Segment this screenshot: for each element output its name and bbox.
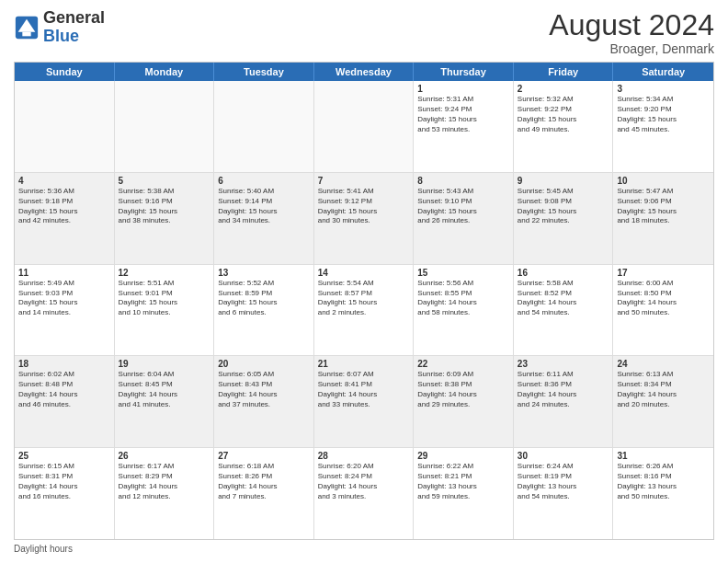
calendar-row: 18Sunrise: 6:02 AM Sunset: 8:48 PM Dayli… [15,356,713,448]
day-number: 20 [218,359,310,369]
day-info: Sunrise: 5:31 AM Sunset: 9:24 PM Dayligh… [417,95,509,134]
header: General Blue August 2024 Broager, Denmar… [14,9,714,56]
calendar-cell: 29Sunrise: 6:22 AM Sunset: 8:21 PM Dayli… [414,448,514,539]
day-number: 28 [318,451,410,461]
day-number: 31 [617,451,710,461]
day-number: 11 [18,268,110,278]
day-number: 6 [218,176,310,186]
day-number: 5 [119,176,210,186]
calendar-cell [314,81,415,172]
day-info: Sunrise: 5:41 AM Sunset: 9:12 PM Dayligh… [318,187,410,226]
day-number: 18 [18,359,110,369]
calendar-cell: 28Sunrise: 6:20 AM Sunset: 8:24 PM Dayli… [314,448,415,539]
day-info: Sunrise: 6:18 AM Sunset: 8:26 PM Dayligh… [218,462,310,501]
calendar-cell: 30Sunrise: 6:24 AM Sunset: 8:19 PM Dayli… [514,448,614,539]
calendar-cell: 2Sunrise: 5:32 AM Sunset: 9:22 PM Daylig… [514,81,614,172]
day-info: Sunrise: 6:17 AM Sunset: 8:29 PM Dayligh… [119,462,210,501]
day-number: 2 [518,84,609,94]
calendar-cell: 3Sunrise: 5:34 AM Sunset: 9:20 PM Daylig… [613,81,713,172]
day-info: Sunrise: 5:58 AM Sunset: 8:52 PM Dayligh… [518,279,609,318]
day-number: 19 [119,359,210,369]
calendar-header-cell: Thursday [414,63,514,81]
day-info: Sunrise: 5:52 AM Sunset: 8:59 PM Dayligh… [218,279,310,318]
day-number: 14 [318,268,410,278]
day-info: Sunrise: 6:09 AM Sunset: 8:38 PM Dayligh… [417,370,509,409]
logo-text: General Blue [43,9,105,46]
day-info: Sunrise: 6:15 AM Sunset: 8:31 PM Dayligh… [18,462,110,501]
day-info: Sunrise: 5:34 AM Sunset: 9:20 PM Dayligh… [617,95,710,134]
day-number: 24 [617,359,710,369]
calendar-cell: 22Sunrise: 6:09 AM Sunset: 8:38 PM Dayli… [414,356,514,447]
day-number: 8 [417,176,509,186]
day-info: Sunrise: 5:43 AM Sunset: 9:10 PM Dayligh… [417,187,509,226]
logo-icon [14,15,40,40]
title-block: August 2024 Broager, Denmark [549,9,714,56]
day-info: Sunrise: 5:32 AM Sunset: 9:22 PM Dayligh… [518,95,609,134]
calendar-header-cell: Wednesday [314,63,415,81]
calendar-header-cell: Saturday [613,63,713,81]
calendar-cell: 21Sunrise: 6:07 AM Sunset: 8:41 PM Dayli… [314,356,415,447]
day-info: Sunrise: 6:24 AM Sunset: 8:19 PM Dayligh… [518,462,609,501]
day-info: Sunrise: 6:22 AM Sunset: 8:21 PM Dayligh… [417,462,509,501]
calendar-cell: 26Sunrise: 6:17 AM Sunset: 8:29 PM Dayli… [115,448,215,539]
day-number: 1 [417,84,509,94]
calendar-cell: 14Sunrise: 5:54 AM Sunset: 8:57 PM Dayli… [314,265,415,356]
calendar-cell: 12Sunrise: 5:51 AM Sunset: 9:01 PM Dayli… [115,265,215,356]
day-info: Sunrise: 5:51 AM Sunset: 9:01 PM Dayligh… [119,279,210,318]
calendar-cell: 7Sunrise: 5:41 AM Sunset: 9:12 PM Daylig… [314,173,415,264]
day-number: 9 [518,176,609,186]
day-info: Sunrise: 5:40 AM Sunset: 9:14 PM Dayligh… [218,187,310,226]
calendar-header-cell: Friday [514,63,614,81]
calendar-cell: 20Sunrise: 6:05 AM Sunset: 8:43 PM Dayli… [214,356,314,447]
day-info: Sunrise: 5:54 AM Sunset: 8:57 PM Dayligh… [318,279,410,318]
calendar-cell: 11Sunrise: 5:49 AM Sunset: 9:03 PM Dayli… [15,265,115,356]
calendar-header: SundayMondayTuesdayWednesdayThursdayFrid… [15,63,713,81]
day-number: 17 [617,268,710,278]
day-number: 12 [119,268,210,278]
day-number: 7 [318,176,410,186]
calendar-cell: 15Sunrise: 5:56 AM Sunset: 8:55 PM Dayli… [414,265,514,356]
calendar: SundayMondayTuesdayWednesdayThursdayFrid… [14,62,714,540]
day-number: 27 [218,451,310,461]
calendar-cell: 4Sunrise: 5:36 AM Sunset: 9:18 PM Daylig… [15,173,115,264]
day-info: Sunrise: 6:00 AM Sunset: 8:50 PM Dayligh… [617,279,710,318]
calendar-row: 4Sunrise: 5:36 AM Sunset: 9:18 PM Daylig… [15,173,713,265]
day-number: 16 [518,268,609,278]
day-number: 29 [417,451,509,461]
calendar-cell: 25Sunrise: 6:15 AM Sunset: 8:31 PM Dayli… [15,448,115,539]
day-info: Sunrise: 6:04 AM Sunset: 8:45 PM Dayligh… [119,370,210,409]
calendar-header-cell: Sunday [15,63,115,81]
svg-rect-2 [22,31,30,36]
page: General Blue August 2024 Broager, Denmar… [0,0,728,563]
calendar-cell: 1Sunrise: 5:31 AM Sunset: 9:24 PM Daylig… [414,81,514,172]
day-info: Sunrise: 6:13 AM Sunset: 8:34 PM Dayligh… [617,370,710,409]
calendar-row: 25Sunrise: 6:15 AM Sunset: 8:31 PM Dayli… [15,448,713,539]
day-number: 3 [617,84,710,94]
calendar-header-cell: Tuesday [214,63,314,81]
day-info: Sunrise: 6:07 AM Sunset: 8:41 PM Dayligh… [318,370,410,409]
day-info: Sunrise: 6:20 AM Sunset: 8:24 PM Dayligh… [318,462,410,501]
day-number: 22 [417,359,509,369]
calendar-cell: 9Sunrise: 5:45 AM Sunset: 9:08 PM Daylig… [514,173,614,264]
day-number: 26 [119,451,210,461]
calendar-cell: 18Sunrise: 6:02 AM Sunset: 8:48 PM Dayli… [15,356,115,447]
day-info: Sunrise: 5:38 AM Sunset: 9:16 PM Dayligh… [119,187,210,226]
day-number: 10 [617,176,710,186]
footer-label: Daylight hours [14,544,73,554]
calendar-cell: 17Sunrise: 6:00 AM Sunset: 8:50 PM Dayli… [613,265,713,356]
day-info: Sunrise: 6:26 AM Sunset: 8:16 PM Dayligh… [617,462,710,501]
logo-general: General [43,8,105,27]
logo-blue: Blue [43,27,79,45]
calendar-cell: 24Sunrise: 6:13 AM Sunset: 8:34 PM Dayli… [613,356,713,447]
day-info: Sunrise: 5:36 AM Sunset: 9:18 PM Dayligh… [18,187,110,226]
calendar-cell: 10Sunrise: 5:47 AM Sunset: 9:06 PM Dayli… [613,173,713,264]
day-number: 13 [218,268,310,278]
calendar-cell: 8Sunrise: 5:43 AM Sunset: 9:10 PM Daylig… [414,173,514,264]
day-info: Sunrise: 5:45 AM Sunset: 9:08 PM Dayligh… [518,187,609,226]
location: Broager, Denmark [549,41,714,56]
logo: General Blue [14,9,105,46]
calendar-row: 1Sunrise: 5:31 AM Sunset: 9:24 PM Daylig… [15,81,713,173]
calendar-cell [214,81,314,172]
calendar-cell: 19Sunrise: 6:04 AM Sunset: 8:45 PM Dayli… [115,356,215,447]
calendar-cell: 6Sunrise: 5:40 AM Sunset: 9:14 PM Daylig… [214,173,314,264]
